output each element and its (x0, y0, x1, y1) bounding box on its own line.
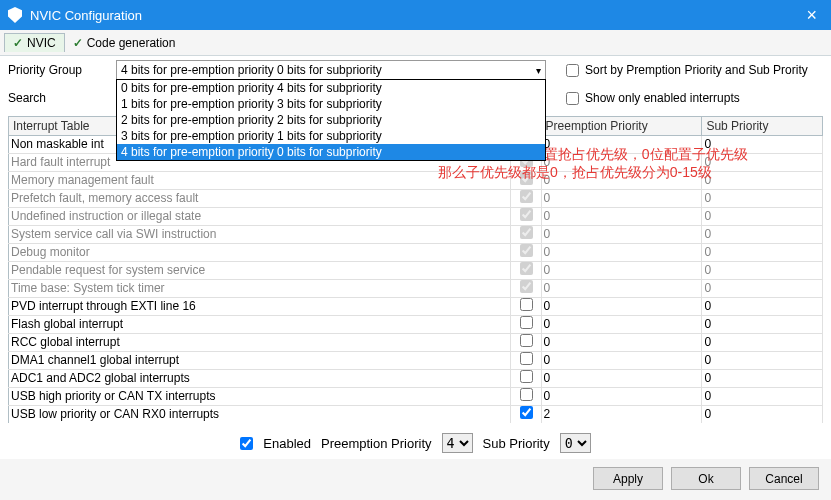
row-enable-checkbox[interactable] (520, 262, 533, 275)
cell-name: PVD interrupt through EXTI line 16 (9, 298, 511, 316)
shield-icon (8, 7, 22, 23)
close-icon[interactable]: × (800, 5, 823, 26)
tab-nvic[interactable]: ✓ NVIC (4, 33, 65, 52)
priority-group-row: Priority Group 4 bits for pre-emption pr… (0, 56, 831, 84)
check-icon: ✓ (13, 36, 23, 50)
sp-select[interactable]: 0 (560, 433, 591, 453)
table-row[interactable]: Time base: System tick timer00 (9, 280, 823, 298)
pp-select[interactable]: 4 (442, 433, 473, 453)
table-row[interactable]: USB low priority or CAN RX0 interrupts20 (9, 406, 823, 424)
table-row[interactable]: Debug monitor00 (9, 244, 823, 262)
cell-enabled (511, 370, 541, 388)
row-enable-checkbox[interactable] (520, 388, 533, 401)
cell-sp: 0 (702, 388, 823, 406)
apply-button[interactable]: Apply (593, 467, 663, 490)
cell-name: DMA1 channel1 global interrupt (9, 352, 511, 370)
table-row[interactable]: RCC global interrupt00 (9, 334, 823, 352)
cell-pp: 0 (541, 280, 702, 298)
row-enable-checkbox[interactable] (520, 280, 533, 293)
row-enable-checkbox[interactable] (520, 244, 533, 257)
cell-sp: 0 (702, 406, 823, 424)
table-row[interactable]: Undefined instruction or illegal state00 (9, 208, 823, 226)
tab-codegen[interactable]: ✓ Code generation (65, 34, 184, 52)
table-row[interactable]: Pendable request for system service00 (9, 262, 823, 280)
cell-pp: 0 (541, 190, 702, 208)
row-enable-checkbox[interactable] (520, 298, 533, 311)
window-title: NVIC Configuration (30, 8, 142, 23)
cell-name: Prefetch fault, memory access fault (9, 190, 511, 208)
show-enabled-label: Show only enabled interrupts (585, 91, 740, 105)
cell-name: ADC1 and ADC2 global interrupts (9, 370, 511, 388)
row-enable-checkbox[interactable] (520, 226, 533, 239)
cell-name: USB low priority or CAN RX0 interrupts (9, 406, 511, 424)
row-enable-checkbox[interactable] (520, 208, 533, 221)
cell-enabled (511, 352, 541, 370)
cell-pp: 0 (541, 208, 702, 226)
sort-checkbox[interactable] (566, 64, 579, 77)
cell-pp: 0 (541, 226, 702, 244)
table-row[interactable]: USB high priority or CAN TX interrupts00 (9, 388, 823, 406)
th-pp[interactable]: Preemption Priority (541, 117, 702, 136)
show-enabled-label-wrap[interactable]: Show only enabled interrupts (566, 91, 740, 105)
cell-sp: 0 (702, 226, 823, 244)
cell-name: USB high priority or CAN TX interrupts (9, 388, 511, 406)
cell-enabled (511, 280, 541, 298)
th-sp[interactable]: Sub Priority (702, 117, 823, 136)
table-row[interactable]: DMA1 channel1 global interrupt00 (9, 352, 823, 370)
priority-option[interactable]: 2 bits for pre-emption priority 2 bits f… (117, 112, 545, 128)
cell-pp: 0 (541, 244, 702, 262)
cancel-button[interactable]: Cancel (749, 467, 819, 490)
cell-name: Debug monitor (9, 244, 511, 262)
priority-option[interactable]: 1 bits for pre-emption priority 3 bits f… (117, 96, 545, 112)
table-row[interactable]: PVD interrupt through EXTI line 1600 (9, 298, 823, 316)
cell-pp: 0 (541, 370, 702, 388)
cell-name: RCC global interrupt (9, 334, 511, 352)
cell-sp: 0 (702, 352, 823, 370)
cell-sp: 0 (702, 316, 823, 334)
cell-sp: 0 (702, 244, 823, 262)
cell-name: Undefined instruction or illegal state (9, 208, 511, 226)
priority-option[interactable]: 3 bits for pre-emption priority 1 bits f… (117, 128, 545, 144)
cell-name: Pendable request for system service (9, 262, 511, 280)
row-enable-checkbox[interactable] (520, 334, 533, 347)
priority-group-select[interactable]: 4 bits for pre-emption priority 0 bits f… (116, 60, 546, 80)
row-enable-checkbox[interactable] (520, 316, 533, 329)
priority-option[interactable]: 0 bits for pre-emption priority 4 bits f… (117, 80, 545, 96)
ok-button[interactable]: Ok (671, 467, 741, 490)
enabled-label: Enabled (263, 436, 311, 451)
row-enable-checkbox[interactable] (520, 352, 533, 365)
table-row[interactable]: Prefetch fault, memory access fault00 (9, 190, 823, 208)
chevron-down-icon: ▾ (536, 65, 541, 76)
cell-pp: 0 (541, 334, 702, 352)
row-enable-checkbox[interactable] (520, 190, 533, 203)
cell-enabled (511, 262, 541, 280)
cell-enabled (511, 316, 541, 334)
table-row[interactable]: ADC1 and ADC2 global interrupts00 (9, 370, 823, 388)
titlebar: NVIC Configuration × (0, 0, 831, 30)
cell-sp: 0 (702, 334, 823, 352)
enabled-checkbox[interactable] (240, 437, 253, 450)
table-row[interactable]: System service call via SWI instruction0… (9, 226, 823, 244)
row-enable-checkbox[interactable] (520, 370, 533, 383)
footer-controls: Enabled Preemption Priority 4 Sub Priori… (0, 427, 831, 459)
cell-enabled (511, 244, 541, 262)
priority-option[interactable]: 4 bits for pre-emption priority 0 bits f… (117, 144, 545, 160)
cell-sp: 0 (702, 280, 823, 298)
button-bar: Apply Ok Cancel (0, 459, 831, 500)
cell-enabled (511, 298, 541, 316)
show-enabled-checkbox[interactable] (566, 92, 579, 105)
sort-checkbox-label[interactable]: Sort by Premption Priority and Sub Prori… (566, 63, 808, 77)
tab-label: Code generation (87, 36, 176, 50)
cell-sp: 0 (702, 208, 823, 226)
window: NVIC Configuration × ✓ NVIC ✓ Code gener… (0, 0, 831, 500)
table-wrap: Interrupt Table Preemption Priority Sub … (8, 116, 823, 423)
table-row[interactable]: Flash global interrupt00 (9, 316, 823, 334)
tab-label: NVIC (27, 36, 56, 50)
cell-sp: 0 (702, 370, 823, 388)
row-enable-checkbox[interactable] (520, 406, 533, 419)
check-icon: ✓ (73, 36, 83, 50)
cell-enabled (511, 334, 541, 352)
pp-label: Preemption Priority (321, 436, 432, 451)
cell-pp: 0 (541, 352, 702, 370)
sort-label: Sort by Premption Priority and Sub Prori… (585, 63, 808, 77)
